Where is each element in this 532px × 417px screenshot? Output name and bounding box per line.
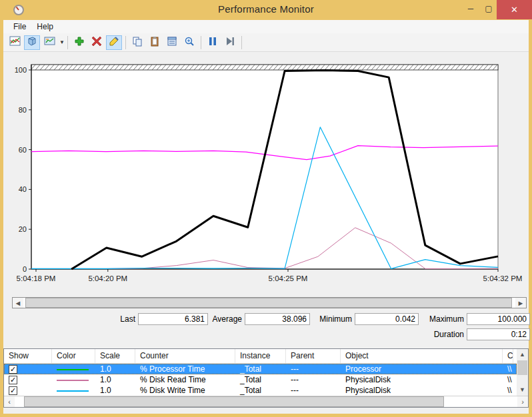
color-swatch [57, 380, 89, 381]
view-current-activity-button[interactable] [7, 35, 23, 50]
graph-type-icon [44, 36, 55, 49]
chart-line-icon [9, 36, 21, 49]
column-header-instance[interactable]: Instance [235, 349, 286, 363]
x-axis-tick-label: 5:04:18 PM [17, 274, 56, 282]
menubar: File Help [3, 20, 529, 33]
column-header-counter[interactable]: Counter [135, 349, 235, 363]
content-area: 0204060801005:04:18 PM5:04:20 PM5:04:25 … [3, 52, 529, 414]
table-hscroll-track[interactable] [15, 396, 517, 407]
perfmon-window: Performance Monitor – ▢ ✕ File Help ▼ 02… [0, 0, 532, 417]
delete-counter-button[interactable] [89, 35, 105, 50]
table-scroll-right-icon[interactable]: › [517, 396, 528, 407]
cell-instance: _Total [235, 386, 286, 396]
counter-table: ShowColorScaleCounterInstanceParentObjec… [3, 348, 529, 408]
column-header-parent[interactable]: Parent [286, 349, 341, 363]
delete-x-icon [91, 36, 102, 49]
cell-computer: \\ [503, 375, 513, 385]
column-header-show[interactable]: Show [4, 349, 52, 363]
minimum-label: Minimum [280, 313, 352, 325]
highlight-button[interactable] [106, 35, 122, 50]
color-swatch [57, 390, 89, 392]
show-checkbox[interactable]: ✓ [9, 386, 17, 395]
maximize-button[interactable]: ▢ [480, 0, 497, 19]
cell-counter: % Processor Time [135, 364, 235, 374]
cell-counter: % Disk Write Time [135, 386, 235, 396]
cell-scale: 1.0 [95, 375, 135, 385]
zoom-button[interactable] [181, 35, 197, 50]
cell-parent: --- [286, 386, 341, 396]
show-checkbox[interactable]: ✓ [9, 376, 17, 384]
scroll-right-icon[interactable]: ► [515, 298, 526, 308]
add-counter-button[interactable] [71, 35, 87, 50]
counter-table-body: ✓1.0% Processor Time_Total---Processor\\… [4, 364, 528, 396]
chevron-down-icon[interactable]: ▼ [59, 39, 65, 45]
scroll-left-icon[interactable]: ◄ [13, 298, 23, 308]
log-data-icon [27, 36, 37, 49]
table-vscroll-thumb[interactable] [517, 360, 527, 375]
toolbar-separator [201, 36, 201, 49]
plus-icon [74, 36, 85, 49]
table-row[interactable]: ✓1.0% Processor Time_Total---Processor\\ [4, 364, 517, 374]
show-checkbox[interactable]: ✓ [9, 365, 17, 374]
cell-parent: --- [286, 364, 341, 374]
menu-help[interactable]: Help [31, 21, 59, 33]
table-vertical-scrollbar[interactable]: ▲ ▼ [517, 349, 528, 396]
cell-instance: _Total [235, 364, 286, 374]
paste-counter-list-button[interactable] [147, 35, 163, 50]
cell-parent: --- [286, 375, 341, 385]
table-horizontal-scrollbar[interactable]: ‹ › [4, 396, 528, 407]
zoom-icon [184, 36, 195, 49]
copy-icon [132, 36, 143, 49]
properties-button[interactable] [164, 35, 180, 50]
counter-table-header: ShowColorScaleCounterInstanceParentObjec… [4, 349, 517, 364]
change-graph-type-button[interactable] [41, 35, 57, 50]
table-scroll-left-icon[interactable]: ‹ [4, 396, 15, 407]
highlight-pen-icon [109, 36, 119, 49]
cell-object: Processor [341, 364, 503, 374]
cell-counter: % Disk Read Time [135, 375, 235, 385]
column-header-color[interactable]: Color [52, 349, 95, 363]
y-axis-tick-label: 80 [19, 106, 27, 114]
titlebar: Performance Monitor – ▢ ✕ [0, 0, 532, 20]
column-header-scale[interactable]: Scale [95, 349, 135, 363]
scroll-down-icon[interactable]: ▼ [517, 384, 528, 395]
time-range-scrollbar[interactable]: ◄ ► [12, 297, 527, 308]
view-log-data-button[interactable] [24, 35, 40, 50]
cell-scale: 1.0 [95, 386, 135, 396]
column-header-c[interactable]: C [503, 349, 513, 363]
toolbar: ▼ [3, 33, 529, 52]
table-row[interactable]: ✓1.0% Disk Write Time_Total---PhysicalDi… [4, 385, 517, 396]
step-forward-icon [225, 37, 235, 49]
y-axis-tick-label: 20 [19, 225, 27, 233]
y-axis-tick-label: 60 [19, 146, 27, 154]
performance-chart: 0204060801005:04:18 PM5:04:20 PM5:04:25 … [3, 59, 529, 288]
toolbar-separator [67, 36, 68, 49]
time-scroll-thumb[interactable] [25, 298, 512, 308]
time-scroll-track[interactable] [23, 298, 515, 308]
update-data-button[interactable] [222, 35, 238, 50]
cell-computer: \\ [503, 364, 513, 374]
minimize-button[interactable]: – [461, 0, 480, 19]
y-axis-tick-label: 100 [15, 66, 27, 74]
cell-computer: \\ [503, 386, 513, 396]
maximum-value: 100.000 [467, 313, 530, 325]
column-header-object[interactable]: Object [341, 349, 503, 363]
table-row[interactable]: ✓1.0% Disk Read Time_Total---PhysicalDis… [4, 374, 517, 385]
chart-canvas: 0204060801005:04:18 PM5:04:20 PM5:04:25 … [3, 59, 529, 288]
duration-value: 0:12 [467, 328, 530, 340]
cell-object: PhysicalDisk [341, 386, 503, 396]
maximum-label: Maximum [392, 313, 464, 325]
toolbar-separator [125, 36, 126, 49]
menu-file[interactable]: File [8, 21, 31, 33]
color-swatch [57, 369, 89, 370]
freeze-display-button[interactable] [205, 35, 221, 50]
copy-properties-button[interactable] [129, 35, 145, 50]
toolbar-separator [241, 36, 242, 49]
cell-scale: 1.0 [95, 364, 135, 374]
x-axis-tick-label: 5:04:32 PM [483, 274, 523, 282]
table-hscroll-thumb[interactable] [24, 396, 444, 407]
last-label: Last [63, 313, 135, 325]
scroll-up-icon[interactable]: ▲ [517, 349, 528, 360]
pause-icon [208, 37, 217, 49]
close-button[interactable]: ✕ [497, 0, 532, 19]
